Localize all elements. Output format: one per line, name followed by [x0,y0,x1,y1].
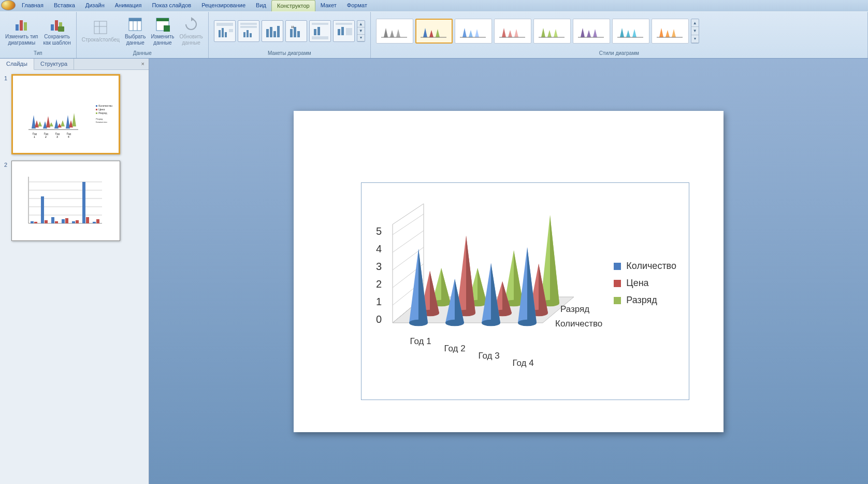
svg-rect-15 [156,18,169,21]
svg-rect-23 [240,23,257,25]
svg-rect-41 [338,29,340,35]
svg-rect-31 [277,26,280,37]
svg-rect-4 [55,20,58,31]
save-template-label: Сохранить как шаблон [43,34,70,46]
style-option-1[interactable] [376,19,413,44]
svg-marker-49 [429,30,433,37]
svg-rect-106 [41,196,44,223]
svg-marker-78 [38,121,42,126]
layouts-more[interactable]: ▲▼▾ [357,20,365,42]
chart-layouts-gallery: 10 ▲▼▾ [212,18,367,44]
select-data-label: Выбрать данные [125,34,146,46]
style-option-8[interactable] [652,19,689,44]
thumb-number: 2 [4,161,11,241]
chart-legend: Количество Цена Разряд [614,261,676,312]
style-option-3[interactable] [455,19,492,44]
svg-rect-0 [16,24,19,31]
thumb1-legend: Количество Цена Разряд Разряд Количество [96,104,112,124]
svg-marker-68 [620,28,624,37]
edit-data-icon [154,16,171,33]
layout-option-4[interactable]: 10 [285,20,307,42]
layout-option-2[interactable] [238,20,259,42]
style-option-6[interactable] [573,19,610,44]
svg-marker-56 [502,28,506,37]
thumb-number: 1 [4,74,11,154]
svg-rect-108 [51,217,54,223]
svg-marker-54 [475,29,479,37]
svg-rect-18 [216,23,233,26]
slide-panel: Слайды Структура × 1 ГодГодГодГод [0,59,149,484]
slide[interactable]: 0 1 2 3 4 5 [294,111,724,432]
layout-option-6[interactable] [333,20,355,42]
style-option-2[interactable] [415,19,453,44]
svg-rect-33 [294,27,296,37]
layout-option-5[interactable] [309,20,331,42]
svg-rect-38 [317,27,320,35]
svg-marker-61 [547,30,552,37]
svg-rect-105 [34,222,37,223]
refresh-data-button[interactable]: Обновить данные [177,15,205,47]
slide-canvas: 0 1 2 3 4 5 [149,59,868,484]
ytick: 1 [376,296,382,308]
svg-marker-58 [514,29,518,37]
svg-marker-74 [672,29,676,37]
style-option-4[interactable] [494,19,531,44]
svg-marker-64 [581,28,585,37]
svg-rect-6 [58,26,64,32]
svg-marker-17 [191,17,194,21]
svg-rect-2 [24,22,27,31]
svg-marker-46 [396,29,400,37]
slide-thumbnail-1[interactable]: ГодГодГодГод 1234 Количество Цена Разряд… [11,74,120,154]
select-data-button[interactable]: Выбрать данные [123,15,148,47]
switch-row-column-button[interactable]: Строка/столбец [80,18,122,44]
tab-chart-design[interactable]: Конструктор [271,0,315,11]
office-button[interactable] [1,0,16,10]
ytick: 0 [376,314,382,325]
tab-chart-layout[interactable]: Макет [315,0,342,11]
depth-label: Разряд [560,304,589,315]
tab-animation[interactable]: Анимация [110,0,147,11]
layout-option-1[interactable] [214,20,236,42]
style-option-5[interactable] [533,19,571,44]
svg-rect-39 [312,36,328,39]
legend-label: Количество [626,261,676,272]
tab-home[interactable]: Главная [17,0,49,11]
tab-chart-format[interactable]: Формат [342,0,372,11]
svg-rect-104 [31,221,34,223]
chart-inner: 0 1 2 3 4 5 [361,183,689,400]
depth-label: Количество [555,319,602,329]
tab-view[interactable]: Вид [251,0,271,11]
tab-insert[interactable]: Вставка [49,0,80,11]
refresh-icon [183,16,199,33]
tab-review[interactable]: Рецензирование [196,0,251,11]
edit-data-button[interactable]: Изменить данные [149,15,176,47]
svg-marker-45 [390,30,394,37]
svg-marker-48 [423,28,427,37]
svg-marker-60 [541,28,545,37]
styles-more[interactable]: ▲▼▾ [691,19,699,44]
outline-tab[interactable]: Структура [34,59,74,69]
svg-rect-1 [20,20,23,31]
layout-option-3[interactable] [262,20,283,42]
change-chart-type-button[interactable]: Изменить тип диаграммы [3,15,40,47]
xtick: Год 4 [512,358,534,368]
save-as-template-button[interactable]: Сохранить как шаблон [41,15,73,47]
thumb1-chart-icon: ГодГодГодГод 1234 [22,94,84,141]
svg-rect-40 [336,23,352,25]
svg-marker-44 [384,28,388,37]
slides-tab[interactable]: Слайды [0,59,34,70]
group-styles: ▲▼▾ Стили диаграмм [371,12,868,58]
legend-item: Цена [614,278,676,289]
ribbon-tabs: Главная Вставка Дизайн Анимация Показ сл… [0,0,868,11]
tab-design[interactable]: Дизайн [80,0,110,11]
svg-rect-117 [96,219,99,223]
xtick: Год 1 [409,336,432,347]
slide-thumbnail-2[interactable] [11,161,120,241]
svg-line-124 [393,214,424,235]
style-option-7[interactable] [612,19,649,44]
panel-close-button[interactable]: × [137,59,149,69]
chart-object[interactable]: 0 1 2 3 4 5 [361,182,689,400]
svg-point-154 [445,320,464,326]
svg-marker-70 [632,29,636,37]
tab-slideshow[interactable]: Показ слайдов [147,0,196,11]
